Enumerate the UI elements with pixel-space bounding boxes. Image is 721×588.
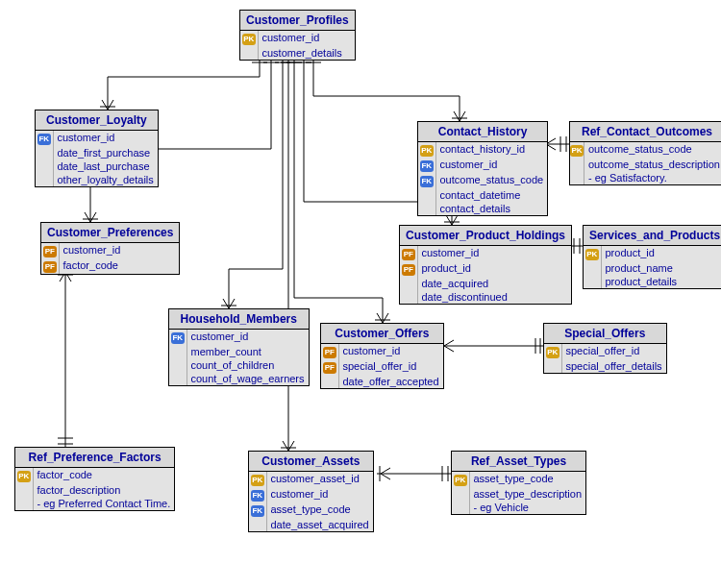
key-badge-pf: PF [43,261,57,273]
key-cell [15,497,33,510]
column-name: - eg Vehicle [469,501,585,514]
column-name: outcome_status_description [584,158,722,171]
entity-special-offers: Special_OffersPKspecial_offer_idspecial_… [543,323,667,374]
column-name: contact_history_id [435,142,547,158]
key-cell: PK [418,142,435,158]
column-row: - eg Preferred Contact Time. [15,497,174,510]
key-badge-pf: PF [323,347,336,358]
column-row: contact_details [418,202,547,215]
column-name: contact_details [435,202,547,215]
entity-title: Customer_Preferences [41,223,179,243]
key-cell: PF [41,243,59,258]
key-badge-pk: PK [420,145,434,157]
column-row: - eg Satisfactory. [570,171,721,184]
column-row: date_acquired [400,277,571,290]
entity-household-members: Household_MembersFKcustomer_idmember_cou… [168,308,310,386]
entity-title: Ref_Asset_Types [452,452,585,472]
entity-title: Services_and_Products [584,226,721,246]
key-badge-fk: FK [251,505,264,517]
entity-title: Customer_Offers [321,324,443,344]
columns: FKcustomer_idmember_countcount_of_childr… [169,330,309,385]
column-name: special_offer_details [561,359,666,373]
key-cell: FK [418,158,435,173]
entity-services-and-products: Services_and_ProductsPKproduct_idproduct… [583,225,721,289]
columns: PKasset_type_codeasset_type_description-… [452,472,585,514]
column-row: contact_datetime [418,188,547,202]
key-cell: FK [249,502,266,518]
key-badge-fk: FK [251,490,264,502]
key-cell [544,359,561,373]
entity-ref-contact-outcomes: Ref_Contact_OutcomesPKoutcome_status_cod… [569,121,721,185]
key-cell [36,146,53,159]
entity-customer-loyalty: Customer_LoyaltyFKcustomer_iddate_first_… [35,110,159,187]
column-name: asset_type_code [469,472,585,487]
column-name: date_offer_accepted [338,375,443,388]
entity-title: Customer_Profiles [240,11,355,31]
column-row: date_offer_accepted [321,375,443,388]
column-name: customer_details [258,46,355,60]
column-name: factor_code [33,468,174,483]
key-cell [321,375,338,388]
key-badge-pf: PF [43,246,57,257]
key-cell: PK [240,31,258,46]
key-cell: FK [36,131,53,146]
key-cell [452,501,469,514]
column-row: date_asset_acquired [249,518,373,531]
column-name: date_first_purchase [53,146,158,159]
column-name: customer_id [417,246,571,261]
column-name: date_discontinued [417,290,571,304]
key-cell: PF [41,258,59,274]
column-row: PKproduct_id [584,246,721,261]
key-cell: PF [321,359,338,375]
column-name: special_offer_id [561,344,666,359]
column-row: FKcustomer_id [418,158,547,173]
column-row: date_discontinued [400,290,571,304]
key-cell [584,261,601,275]
key-cell: PF [400,261,417,277]
column-name: contact_datetime [435,188,547,202]
column-row: count_of_children [169,358,309,372]
key-badge-pf: PF [402,249,415,260]
columns: PKoutcome_status_codeoutcome_status_desc… [570,142,721,184]
column-name: factor_code [59,258,179,274]
column-row: PKcontact_history_id [418,142,547,158]
columns: PFcustomer_idPFspecial_offer_iddate_offe… [321,344,443,388]
entity-customer-offers: Customer_OffersPFcustomer_idPFspecial_of… [320,323,444,389]
column-row: date_last_purchase [36,159,158,173]
entity-title: Ref_Contact_Outcomes [570,122,721,142]
entity-customer-product-holdings: Customer_Product_HoldingsPFcustomer_idPF… [399,225,572,305]
key-cell: PK [570,142,584,158]
entity-title: Customer_Loyalty [36,110,158,131]
entity-title: Special_Offers [544,324,666,344]
column-row: date_first_purchase [36,146,158,159]
column-name: product_details [601,275,721,288]
column-name: count_of_children [186,358,309,372]
column-name: other_loyalty_details [53,173,158,186]
column-row: member_count [169,345,309,358]
column-name: count_of_wage_earners [186,372,309,385]
column-name: - eg Satisfactory. [584,171,722,184]
column-row: PKcustomer_asset_id [249,472,373,487]
key-badge-pf: PF [323,362,336,374]
column-name: product_id [601,246,721,261]
key-cell [36,159,53,173]
column-name: customer_id [53,131,158,146]
column-name: customer_id [59,243,179,258]
column-row: FKasset_type_code [249,502,373,518]
key-badge-fk: FK [420,176,434,187]
key-badge-pk: PK [570,145,584,157]
column-name: product_name [601,261,721,275]
entity-customer-assets: Customer_AssetsPKcustomer_asset_idFKcust… [248,451,374,532]
column-row: PFcustomer_id [400,246,571,261]
entity-title: Household_Members [169,309,309,330]
column-name: asset_type_code [266,502,373,518]
column-row: PKcustomer_id [240,31,355,46]
column-row: PFcustomer_id [321,344,443,359]
key-badge-fk: FK [420,160,434,172]
key-cell [169,372,186,385]
key-badge-pf: PF [402,264,415,276]
column-row: asset_type_description [452,487,585,501]
key-cell [249,518,266,531]
column-row: FKcustomer_id [36,131,158,146]
column-row: special_offer_details [544,359,666,373]
